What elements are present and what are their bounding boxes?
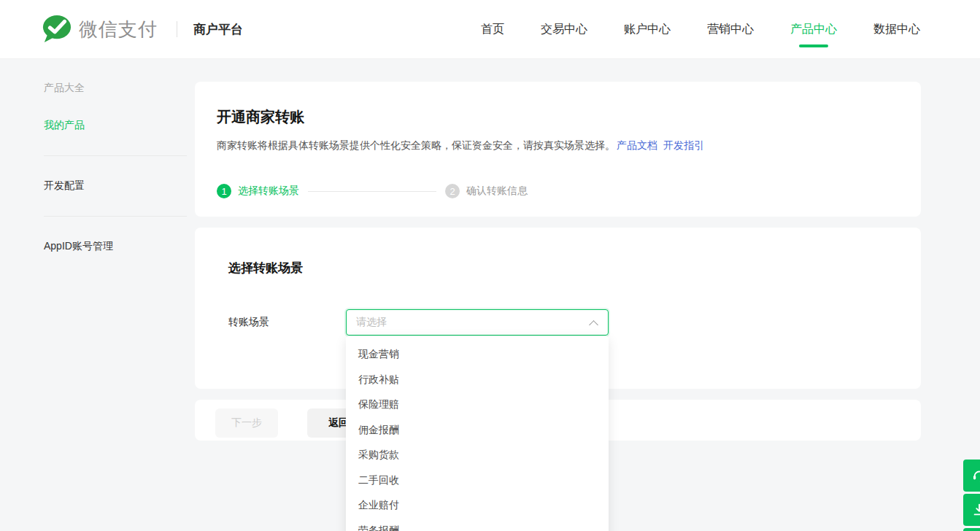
- dropdown-option-labor-remuneration[interactable]: 劳务报酬: [346, 519, 609, 531]
- step-1-label: 选择转账场景: [238, 185, 299, 198]
- description-text: 商家转账将根据具体转账场景提供个性化安全策略，保证资金安全，请按真实场景选择。: [217, 139, 615, 151]
- transfer-scene-label: 转账场景: [228, 316, 346, 329]
- form-section-title: 选择转账场景: [228, 260, 921, 277]
- top-nav: 首页 交易中心 账户中心 营销中心 产品中心 数据中心: [481, 0, 920, 59]
- nav-item-home[interactable]: 首页: [481, 22, 504, 37]
- wechat-pay-logo[interactable]: 微信支付 商户平台: [42, 15, 243, 44]
- step-indicator: 1 选择转账场景 2 确认转账信息: [217, 184, 899, 198]
- nav-item-marketing-center[interactable]: 营销中心: [707, 22, 754, 37]
- select-placeholder: 请选择: [356, 316, 387, 329]
- sidebar: 产品大全 我的产品 开发配置 AppID账号管理: [44, 76, 187, 253]
- wechat-pay-icon: [42, 15, 72, 44]
- dropdown-option-enterprise-compensation[interactable]: 企业赔付: [346, 493, 609, 519]
- portal-name: 商户平台: [193, 21, 243, 38]
- floating-clipped-button[interactable]: [963, 528, 980, 531]
- nav-item-transaction-center[interactable]: 交易中心: [541, 22, 587, 37]
- logo-divider: [177, 21, 177, 37]
- nav-item-product-center[interactable]: 产品中心: [790, 22, 837, 37]
- chevron-up-icon: [589, 320, 598, 330]
- sidebar-item-my-products[interactable]: 我的产品: [44, 119, 187, 132]
- step-connector-line: [308, 191, 436, 192]
- step-2-circle: 2: [445, 184, 460, 198]
- dropdown-option-commission[interactable]: 佣金报酬: [346, 418, 609, 443]
- sidebar-divider: [44, 216, 187, 217]
- download-icon: [971, 502, 980, 518]
- dropdown-option-admin-subsidy[interactable]: 行政补贴: [346, 368, 609, 393]
- intro-card: 开通商家转账 商家转账将根据具体转账场景提供个性化安全策略，保证资金安全，请按真…: [195, 82, 921, 217]
- step-2-label: 确认转账信息: [466, 185, 528, 198]
- dev-guide-link[interactable]: 开发指引: [663, 139, 704, 151]
- page-description: 商家转账将根据具体转账场景提供个性化安全策略，保证资金安全，请按真实场景选择。产…: [217, 138, 899, 152]
- nav-item-account-center[interactable]: 账户中心: [624, 22, 671, 37]
- next-step-button[interactable]: 下一步: [215, 408, 278, 438]
- transfer-scene-select[interactable]: 请选择: [346, 309, 609, 336]
- nav-item-data-center[interactable]: 数据中心: [873, 22, 920, 37]
- top-header: 微信支付 商户平台 首页 交易中心 账户中心 营销中心 产品中心 数据中心: [0, 0, 980, 59]
- product-doc-link[interactable]: 产品文档: [617, 139, 657, 151]
- page-title: 开通商家转账: [217, 106, 899, 127]
- logo-wordmark: 微信支付: [79, 17, 158, 42]
- sidebar-divider: [44, 155, 187, 156]
- floating-download-button[interactable]: [963, 494, 980, 526]
- transfer-scene-form-row: 转账场景 请选择: [228, 309, 609, 336]
- dropdown-option-insurance-claim[interactable]: 保险理赔: [346, 392, 609, 418]
- sidebar-item-appid-management[interactable]: AppID账号管理: [44, 240, 187, 253]
- headset-icon: [971, 468, 980, 484]
- dropdown-option-procurement[interactable]: 采购货款: [346, 443, 609, 468]
- sidebar-item-dev-config[interactable]: 开发配置: [44, 179, 187, 193]
- sidebar-section-title: 产品大全: [44, 76, 187, 95]
- dropdown-option-cash-marketing[interactable]: 现金营销: [346, 342, 609, 368]
- floating-customer-service-button[interactable]: [963, 460, 980, 492]
- dropdown-option-secondhand-recycle[interactable]: 二手回收: [346, 468, 609, 494]
- transfer-scene-dropdown: 现金营销 行政补贴 保险理赔 佣金报酬 采购货款 二手回收 企业赔付 劳务报酬: [346, 336, 609, 531]
- step-1-circle: 1: [217, 184, 231, 198]
